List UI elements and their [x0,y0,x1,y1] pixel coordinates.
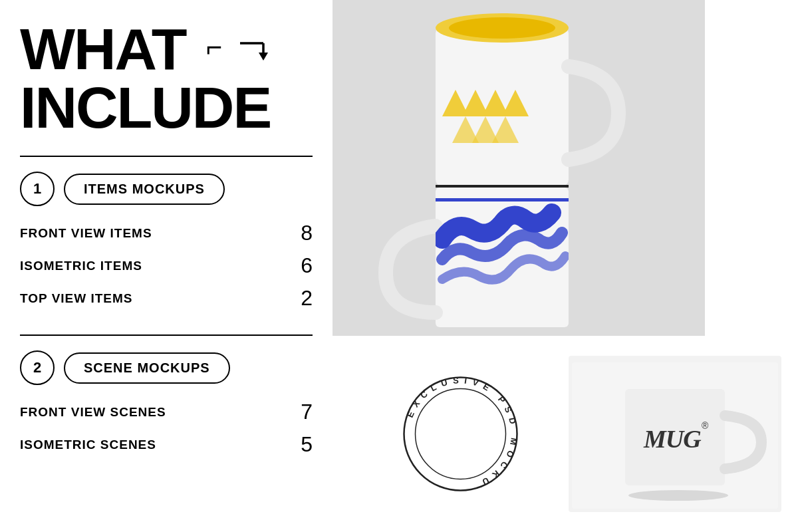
list-item: FRONT VIEW ITEMS 8 [20,218,313,248]
main-title: WHAT ⌐ INCLUDE [20,20,313,137]
item-label: FRONT VIEW ITEMS [20,226,152,241]
item-label: ISOMETRIC ITEMS [20,259,142,273]
svg-point-6 [449,17,555,39]
list-item: ISOMETRIC SCENES 5 [20,430,313,460]
item-label: ISOMETRIC SCENES [20,438,156,452]
section-1-header: 1 ITEMS MOCKUPS [20,172,313,206]
svg-point-19 [416,389,506,479]
item-count: 6 [301,253,313,278]
top-image-bg [332,0,705,339]
section-1-label: ITEMS MOCKUPS [64,174,225,205]
svg-point-25 [628,490,728,501]
svg-text:MUG: MUG [643,425,702,453]
list-item: TOP VIEW ITEMS 2 [20,283,313,313]
item-label: FRONT VIEW SCENES [20,405,166,420]
title-line2: INCLUDE [20,74,271,140]
svg-text:EXCLUSIVE PSD MOCKU: EXCLUSIVE PSD MOCKU [405,375,519,489]
item-count: 7 [301,400,313,424]
svg-marker-2 [259,53,268,61]
right-panel: EXCLUSIVE PSD MOCKU MUG ® [332,0,798,532]
svg-text:®: ® [702,420,709,431]
bottom-right-area: EXCLUSIVE PSD MOCKU MUG ® [332,336,798,532]
svg-rect-14 [436,185,569,188]
item-count: 8 [301,221,313,245]
small-mug-illustration: MUG ® [572,362,778,509]
left-panel: WHAT ⌐ INCLUDE 1 ITEMS MOCKUPS FRONT VIE… [0,0,332,532]
svg-rect-16 [436,198,569,201]
item-count: 2 [301,286,313,311]
title-line1: WHAT [20,16,186,82]
badge-2: 2 [20,350,55,385]
item-label: TOP VIEW ITEMS [20,291,133,306]
divider-1 [20,156,313,157]
section-2-items: FRONT VIEW SCENES 7 ISOMETRIC SCENES 5 [20,397,313,462]
section-2-header: 2 SCENE MOCKUPS [20,350,313,385]
list-item: ISOMETRIC ITEMS 6 [20,251,313,281]
stamp-circle: EXCLUSIVE PSD MOCKU [399,372,522,495]
divider-2 [20,334,313,336]
item-count: 5 [301,432,313,457]
section-1-items: FRONT VIEW ITEMS 8 ISOMETRIC ITEMS 6 TOP… [20,218,313,316]
mug-stack-illustration [332,0,705,339]
badge-1: 1 [20,172,55,206]
arrow-icon: ⌐ [206,33,223,61]
list-item: FRONT VIEW SCENES 7 [20,397,313,427]
section-2-label: SCENE MOCKUPS [64,352,230,384]
arrow-down-icon [240,35,273,62]
